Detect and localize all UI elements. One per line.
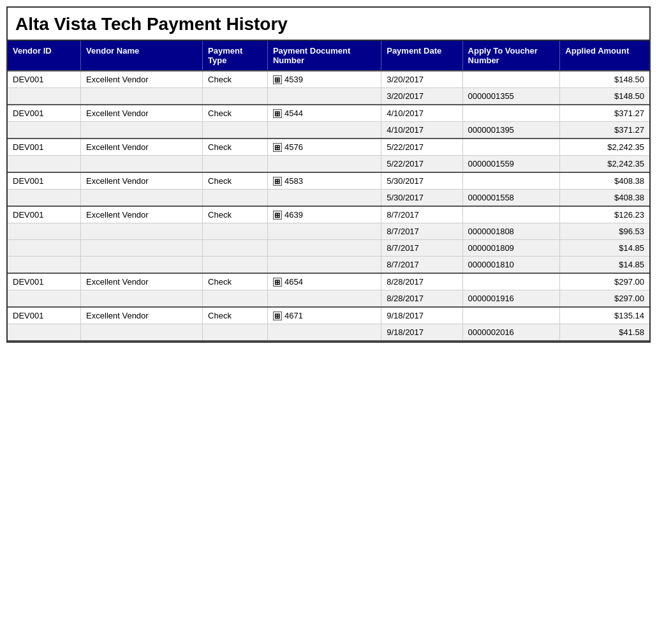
payment-doc-cell[interactable]: ⊞4639 <box>267 206 381 223</box>
amount-cell: $148.50 <box>560 71 649 88</box>
payment-doc-cell[interactable]: ⊞4671 <box>267 307 381 324</box>
detail-voucher: 0000001559 <box>462 156 560 173</box>
detail-amount: $297.00 <box>560 290 649 308</box>
detail-vendor-id <box>8 88 81 105</box>
detail-payment-date: 9/18/2017 <box>381 324 462 341</box>
payment-type-cell: Check <box>203 273 268 290</box>
payment-doc-cell[interactable]: ⊞4583 <box>267 172 381 190</box>
payment-date-cell: 3/20/2017 <box>381 71 462 88</box>
detail-payment-doc <box>267 223 381 240</box>
detail-voucher: 0000001916 <box>462 290 560 308</box>
voucher-cell <box>462 139 560 156</box>
detail-voucher: 0000001808 <box>462 223 560 240</box>
detail-payment-doc <box>267 190 381 207</box>
expand-icon[interactable]: ⊞ <box>273 143 282 152</box>
voucher-cell <box>462 105 560 122</box>
detail-row: 8/7/2017 0000001810 $14.85 <box>8 257 649 274</box>
detail-payment-date: 8/7/2017 <box>381 223 462 240</box>
payment-doc-cell[interactable]: ⊞4654 <box>267 273 381 290</box>
vendor-id-cell: DEV001 <box>8 206 81 223</box>
col-header-applied-amount: Applied Amount <box>560 41 649 71</box>
detail-payment-type <box>203 88 268 105</box>
vendor-name-cell: Excellent Vendor <box>81 139 203 156</box>
detail-amount: $148.50 <box>560 88 649 105</box>
detail-amount: $2,242.35 <box>560 156 649 173</box>
vendor-name-cell: Excellent Vendor <box>81 206 203 223</box>
detail-payment-type <box>203 240 268 257</box>
detail-vendor-name <box>81 190 203 207</box>
payment-type-cell: Check <box>203 307 268 324</box>
payment-date-cell: 8/28/2017 <box>381 273 462 290</box>
detail-payment-doc <box>267 240 381 257</box>
col-header-payment-doc: Payment Document Number <box>267 41 381 71</box>
table-row: DEV001 Excellent Vendor Check ⊞4576 5/22… <box>8 139 649 156</box>
detail-row: 8/7/2017 0000001808 $96.53 <box>8 223 649 240</box>
payment-doc-cell[interactable]: ⊞4544 <box>267 105 381 122</box>
col-header-payment-type: Payment Type <box>203 41 268 71</box>
table-row: DEV001 Excellent Vendor Check ⊞4544 4/10… <box>8 105 649 122</box>
table-row: DEV001 Excellent Vendor Check ⊞4539 3/20… <box>8 71 649 88</box>
detail-vendor-id <box>8 324 81 341</box>
payment-date-cell: 4/10/2017 <box>381 105 462 122</box>
detail-voucher: 0000001355 <box>462 88 560 105</box>
detail-payment-date: 5/22/2017 <box>381 156 462 173</box>
detail-amount: $408.38 <box>560 190 649 207</box>
detail-payment-type <box>203 257 268 274</box>
detail-vendor-id <box>8 290 81 308</box>
detail-row: 8/28/2017 0000001916 $297.00 <box>8 290 649 308</box>
detail-payment-doc <box>267 257 381 274</box>
expand-icon[interactable]: ⊞ <box>273 109 282 118</box>
detail-voucher: 0000001395 <box>462 122 560 139</box>
payment-doc-cell[interactable]: ⊞4539 <box>267 71 381 88</box>
report-title: Alta Vista Tech Payment History <box>8 8 649 41</box>
voucher-cell <box>462 307 560 324</box>
payment-type-cell: Check <box>203 139 268 156</box>
detail-vendor-id <box>8 122 81 139</box>
payment-history-table: Vendor ID Vendor Name Payment Type Payme… <box>8 41 649 341</box>
payment-type-cell: Check <box>203 172 268 190</box>
detail-amount: $96.53 <box>560 223 649 240</box>
detail-vendor-name <box>81 88 203 105</box>
table-header-row: Vendor ID Vendor Name Payment Type Payme… <box>8 41 649 71</box>
detail-payment-date: 8/28/2017 <box>381 290 462 308</box>
detail-vendor-id <box>8 190 81 207</box>
expand-icon[interactable]: ⊞ <box>273 211 282 220</box>
detail-payment-doc <box>267 324 381 341</box>
expand-icon[interactable]: ⊞ <box>273 278 282 287</box>
payment-date-cell: 8/7/2017 <box>381 206 462 223</box>
amount-cell: $297.00 <box>560 273 649 290</box>
detail-amount: $14.85 <box>560 240 649 257</box>
detail-payment-date: 3/20/2017 <box>381 88 462 105</box>
table-row: DEV001 Excellent Vendor Check ⊞4671 9/18… <box>8 307 649 324</box>
vendor-id-cell: DEV001 <box>8 139 81 156</box>
table-body: DEV001 Excellent Vendor Check ⊞4539 3/20… <box>8 71 649 341</box>
detail-payment-type <box>203 190 268 207</box>
detail-payment-type <box>203 156 268 173</box>
detail-amount: $14.85 <box>560 257 649 274</box>
detail-payment-type <box>203 290 268 308</box>
detail-row: 8/7/2017 0000001809 $14.85 <box>8 240 649 257</box>
expand-icon[interactable]: ⊞ <box>273 311 282 320</box>
vendor-id-cell: DEV001 <box>8 105 81 122</box>
payment-date-cell: 5/30/2017 <box>381 172 462 190</box>
amount-cell: $371.27 <box>560 105 649 122</box>
payment-doc-cell[interactable]: ⊞4576 <box>267 139 381 156</box>
expand-icon[interactable]: ⊞ <box>273 177 282 186</box>
col-header-voucher: Apply To Voucher Number <box>462 41 560 71</box>
col-header-vendor-id: Vendor ID <box>8 41 81 71</box>
detail-payment-type <box>203 324 268 341</box>
detail-voucher: 0000002016 <box>462 324 560 341</box>
payment-type-cell: Check <box>203 71 268 88</box>
detail-payment-doc <box>267 122 381 139</box>
vendor-id-cell: DEV001 <box>8 71 81 88</box>
detail-voucher: 0000001810 <box>462 257 560 274</box>
payment-type-cell: Check <box>203 105 268 122</box>
vendor-id-cell: DEV001 <box>8 172 81 190</box>
table-row: DEV001 Excellent Vendor Check ⊞4654 8/28… <box>8 273 649 290</box>
detail-payment-date: 4/10/2017 <box>381 122 462 139</box>
vendor-name-cell: Excellent Vendor <box>81 172 203 190</box>
expand-icon[interactable]: ⊞ <box>273 75 282 84</box>
voucher-cell <box>462 206 560 223</box>
detail-amount: $371.27 <box>560 122 649 139</box>
vendor-name-cell: Excellent Vendor <box>81 273 203 290</box>
